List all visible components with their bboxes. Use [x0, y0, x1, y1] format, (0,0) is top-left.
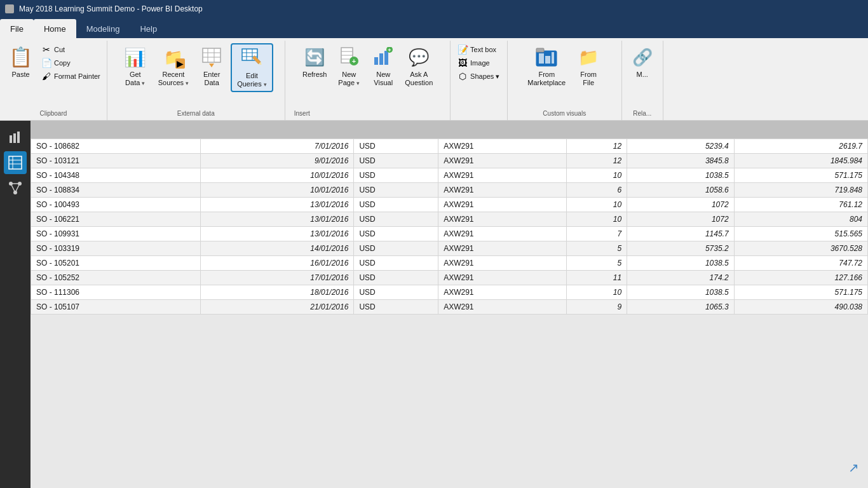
- svg-text:+: +: [388, 47, 391, 53]
- svg-line-41: [15, 184, 20, 193]
- manage-relationships-label: M...: [637, 71, 648, 79]
- format-painter-icon: 🖌: [41, 71, 51, 81]
- svg-rect-30: [13, 133, 16, 143]
- table-row[interactable]: SO - 1031219/01/2016USDAXW291123845.8184…: [31, 154, 868, 168]
- from-file-icon: 📁: [577, 46, 600, 69]
- svg-rect-31: [17, 132, 20, 143]
- insert-group: 📝 Text box 🖼 Image ⬡ Shapes ▾: [451, 41, 508, 120]
- table-row[interactable]: SO - 10520116/01/2016USDAXW29151038.5747…: [31, 256, 868, 271]
- model-view-icon[interactable]: [4, 177, 27, 200]
- text-box-icon: 📝: [458, 44, 468, 55]
- new-visual-button[interactable]: + NewVisual: [367, 43, 400, 90]
- get-data-icon: 📊: [124, 46, 147, 69]
- table-row[interactable]: SO - 10883410/01/2016USDAXW29161058.6719…: [31, 183, 868, 198]
- relationships-group: 🔗 M... Rela...: [622, 41, 663, 120]
- svg-rect-28: [536, 48, 544, 52]
- relationships-label: Rela...: [626, 106, 659, 120]
- actions-group-label: Insert: [289, 106, 446, 120]
- get-data-label: GetData ▾: [125, 71, 145, 87]
- ribbon: 📋 Paste ✂ Cut 📄 Copy 🖌 Format Painter Cl…: [0, 38, 868, 121]
- external-data-label: External data: [111, 106, 281, 120]
- tab-modeling[interactable]: Modeling: [76, 19, 130, 38]
- insert-group-label: [454, 106, 503, 120]
- new-page-icon: +: [337, 46, 360, 69]
- custom-visuals-label: Custom visuals: [512, 106, 618, 120]
- shapes-icon: ⬡: [458, 71, 468, 81]
- table-row[interactable]: SO - 10525217/01/2016USDAXW29111174.2127…: [31, 271, 868, 285]
- table-row[interactable]: SO - 1086827/01/2016USDAXW291125239.4261…: [31, 139, 868, 154]
- left-sidebar: [0, 121, 31, 488]
- data-table: SO - 1086827/01/2016USDAXW291125239.4261…: [31, 139, 868, 315]
- svg-rect-20: [379, 53, 383, 65]
- text-box-button[interactable]: 📝 Text box: [455, 43, 502, 56]
- text-box-label: Text box: [470, 46, 496, 53]
- new-page-label: NewPage ▾: [338, 71, 360, 87]
- ask-a-question-icon: 💬: [407, 46, 430, 69]
- recent-sources-icon: 📁▶: [162, 46, 185, 69]
- enter-data-icon: [200, 46, 223, 69]
- edit-queries-label: EditQueries ▾: [237, 72, 267, 88]
- image-icon: 🖼: [458, 58, 468, 68]
- cut-label: Cut: [54, 46, 65, 53]
- tab-help[interactable]: Help: [130, 19, 167, 38]
- table-row[interactable]: SO - 10993113/01/2016USDAXW29171145.7515…: [31, 227, 868, 241]
- table-row[interactable]: SO - 10434810/01/2016USDAXW291101038.557…: [31, 168, 868, 183]
- menu-bar: File Home Modeling Help: [0, 18, 868, 38]
- tab-home[interactable]: Home: [34, 19, 76, 38]
- enter-data-label: EnterData: [203, 71, 220, 87]
- table-row[interactable]: SO - 10510721/01/2016USDAXW29191065.3490…: [31, 300, 868, 315]
- custom-visuals-group: FromMarketplace 📁 FromFile Custom visual…: [508, 41, 622, 120]
- refresh-label: Refresh: [302, 71, 327, 79]
- table-row[interactable]: SO - 10049313/01/2016USDAXW291101072761.…: [31, 198, 868, 212]
- svg-rect-25: [539, 53, 544, 64]
- external-data-group: 📊 GetData ▾ 📁▶ RecentSources ▾: [107, 41, 285, 120]
- table-header: [31, 121, 868, 139]
- cut-icon: ✂: [41, 44, 51, 55]
- main-content: SO - 1086827/01/2016USDAXW291125239.4261…: [31, 121, 868, 488]
- copy-icon: 📄: [41, 58, 51, 68]
- recent-sources-button[interactable]: 📁▶ RecentSources ▾: [154, 43, 193, 90]
- tab-file[interactable]: File: [0, 19, 34, 38]
- from-marketplace-icon: [535, 46, 558, 69]
- new-visual-label: NewVisual: [374, 71, 393, 87]
- format-painter-label: Format Painter: [54, 72, 100, 80]
- window-icon: [5, 4, 14, 13]
- title-bar: May 2018 Learning Summit Demo - Power BI…: [0, 0, 868, 18]
- manage-relationships-icon: 🔗: [631, 46, 654, 69]
- enter-data-button[interactable]: EnterData: [195, 43, 228, 90]
- ask-a-question-label: Ask AQuestion: [405, 71, 433, 87]
- paste-button[interactable]: 📋 Paste: [4, 43, 37, 81]
- svg-rect-32: [9, 156, 22, 169]
- image-button[interactable]: 🖼 Image: [455, 57, 502, 69]
- format-painter-button[interactable]: 🖌 Format Painter: [39, 70, 103, 83]
- cut-button[interactable]: ✂ Cut: [39, 43, 103, 56]
- image-label: Image: [470, 59, 490, 67]
- svg-marker-5: [209, 64, 214, 67]
- shapes-label: Shapes ▾: [470, 72, 499, 81]
- copy-button[interactable]: 📄 Copy: [39, 57, 103, 69]
- report-view-icon[interactable]: [4, 126, 27, 149]
- data-view-icon[interactable]: [4, 151, 27, 174]
- svg-rect-0: [203, 48, 220, 62]
- from-file-button[interactable]: 📁 FromFile: [572, 43, 605, 90]
- window-title: May 2018 Learning Summit Demo - Power BI…: [19, 4, 203, 13]
- shapes-button[interactable]: ⬡ Shapes ▾: [455, 70, 502, 83]
- from-marketplace-label: FromMarketplace: [527, 71, 566, 87]
- get-data-button[interactable]: 📊 GetData ▾: [119, 43, 152, 90]
- svg-rect-19: [374, 57, 378, 65]
- refresh-button[interactable]: 🔄 Refresh: [298, 43, 331, 81]
- manage-relationships-button[interactable]: 🔗 M...: [626, 43, 659, 81]
- svg-rect-26: [545, 56, 550, 64]
- copy-label: Copy: [54, 59, 71, 67]
- table-row[interactable]: SO - 10622113/01/2016USDAXW291101072804: [31, 212, 868, 227]
- paste-icon: 📋: [9, 46, 32, 68]
- from-marketplace-button[interactable]: FromMarketplace: [524, 43, 569, 90]
- table-row[interactable]: SO - 11130618/01/2016USDAXW291101038.557…: [31, 285, 868, 300]
- new-page-button[interactable]: + NewPage ▾: [332, 43, 365, 90]
- edit-queries-button[interactable]: EditQueries ▾: [231, 43, 273, 92]
- clipboard-group: 📋 Paste ✂ Cut 📄 Copy 🖌 Format Painter Cl…: [0, 41, 107, 120]
- table-row[interactable]: SO - 10331914/01/2016USDAXW29155735.2367…: [31, 241, 868, 256]
- actions-group: 🔄 Refresh + NewPage ▾: [285, 41, 451, 120]
- ask-a-question-button[interactable]: 💬 Ask AQuestion: [401, 43, 437, 90]
- new-visual-icon: +: [372, 46, 395, 69]
